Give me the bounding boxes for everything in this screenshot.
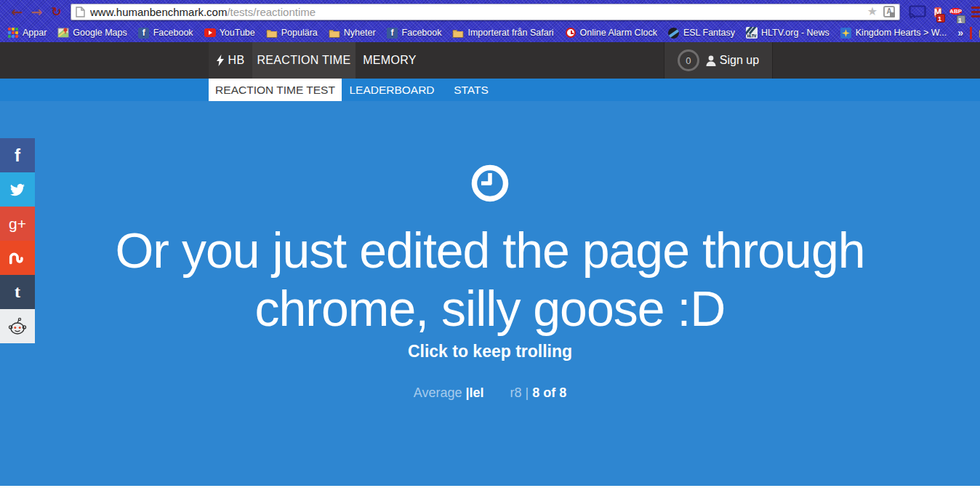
apps-grid-icon [8, 28, 18, 38]
cast-icon[interactable] [909, 5, 926, 19]
bookmark-label: Appar [23, 28, 47, 38]
bookmark-esl-fantasy[interactable]: ESL Fantasy [668, 27, 735, 39]
forward-icon[interactable]: → [27, 1, 47, 23]
sub-navbar: REACTION TIME TEST LEADERBOARD STATS [0, 79, 980, 101]
social-share-sidebar: f g+ t [0, 138, 35, 343]
tumblr-icon: t [15, 282, 20, 302]
google-maps-favicon [57, 27, 69, 39]
translate-icon[interactable]: A [883, 6, 895, 17]
stat-separator: | [526, 385, 529, 400]
bookmark-online-alarm-clock[interactable]: Online Alarm Clock [565, 27, 657, 39]
bookmark-label: ESL Fantasy [683, 28, 735, 38]
nav-tab-memory[interactable]: MEMORY [356, 42, 424, 79]
attempt-count: 8 of 8 [532, 385, 566, 400]
bookmark-label: Kingdom Hearts > W... [856, 28, 947, 38]
subnav-tab-label: LEADERBOARD [349, 84, 434, 97]
share-facebook-button[interactable]: f [0, 138, 35, 172]
bookmark-label: Nyheter [344, 28, 376, 38]
bookmark-star-icon[interactable]: ★ [867, 4, 877, 20]
heading-line-2: chrome, silly goose :D [255, 281, 726, 336]
bookmarks-divider [970, 27, 972, 39]
share-googleplus-button[interactable]: g+ [0, 207, 35, 241]
bookmarks-right-group: » Övriga bokmärken [957, 27, 980, 39]
gmail-extension-icon[interactable]: M 1 [934, 5, 941, 19]
stumbleupon-icon [9, 252, 26, 265]
share-tumblr-button[interactable]: t [0, 275, 35, 309]
twitter-bird-icon [9, 183, 26, 197]
bookmark-label: Facebook [402, 28, 442, 38]
bookmark-facebook[interactable]: f Facebook [138, 27, 193, 39]
subnav-tab-label: REACTION TIME TEST [215, 84, 335, 97]
heading-line-1: Or you just edited the page through [115, 223, 864, 278]
bookmark-google-maps[interactable]: Google Maps [57, 27, 126, 39]
folder-icon [452, 28, 464, 38]
result-content[interactable]: Or you just edited the page throughchrom… [0, 164, 980, 401]
subnav-tab-reaction-time-test[interactable]: REACTION TIME TEST [209, 79, 342, 101]
facebook-icon: f [15, 145, 20, 166]
share-stumbleupon-button[interactable] [0, 241, 35, 275]
account-section: 0 Sign up [664, 42, 773, 79]
browser-window: ← → ↻ www.humanbenchmark.com/tests/react… [0, 0, 980, 488]
average-stat: Average |lel [414, 385, 484, 401]
nav-tab-label: MEMORY [363, 54, 417, 67]
sign-up-button[interactable]: Sign up [706, 54, 759, 67]
esl-favicon [668, 28, 679, 39]
kingdom-hearts-favicon [840, 28, 851, 39]
reload-icon[interactable]: ↻ [47, 1, 66, 23]
brand-hb-tab[interactable]: HB [209, 42, 252, 79]
bookmark-label: HLTV.org - News [761, 28, 830, 38]
facebook-favicon: f [387, 28, 398, 39]
bookmark-label: Online Alarm Clock [580, 28, 657, 38]
alarm-clock-favicon [566, 28, 576, 38]
attempt-label: r8 [510, 385, 522, 400]
share-twitter-button[interactable] [0, 172, 35, 207]
url-host: www.humanbenchmark.com [90, 6, 227, 18]
bookmark-appar[interactable]: Appar [7, 27, 47, 39]
lightning-bolt-icon [217, 55, 224, 66]
score-badge[interactable]: 0 [678, 49, 699, 71]
nav-tab-reaction-time[interactable]: REACTION TIME [252, 42, 356, 79]
site-navbar: HB REACTION TIME MEMORY 0 Sign up [0, 42, 980, 79]
subnav-tab-leaderboard[interactable]: LEADERBOARD [342, 79, 442, 101]
user-icon [706, 55, 716, 66]
bookmark-label: Populära [281, 28, 318, 38]
facebook-favicon: f [138, 28, 149, 39]
toolbar-extensions: M 1 ABP 1 [909, 3, 980, 20]
share-reddit-button[interactable] [0, 309, 35, 343]
stats-row: Average |lel r8 | 8 of 8 [0, 385, 980, 401]
hltv-favicon: HLTV [746, 27, 758, 39]
brand-label: HB [228, 54, 245, 67]
abp-icon[interactable]: ABP [949, 8, 962, 15]
attempt-stat: r8 | 8 of 8 [510, 385, 567, 401]
menu-hamburger-icon[interactable] [971, 7, 980, 17]
bookmark-label: Facebook [153, 28, 193, 38]
bookmark-facebook-2[interactable]: f Facebook [387, 27, 442, 39]
test-area[interactable]: f g+ t [0, 101, 980, 488]
address-bar[interactable]: www.humanbenchmark.com/tests/reactiontim… [71, 4, 900, 20]
bookmark-youtube[interactable]: YouTube [204, 27, 255, 39]
gmail-badge: 1 [936, 14, 945, 23]
folder-icon [266, 28, 278, 38]
subnav-tab-stats[interactable]: STATS [442, 79, 500, 101]
page-document-icon [76, 7, 85, 17]
bookmarks-bar: Appar Google Maps f Facebook YouTube [0, 23, 980, 42]
adblock-extension-icon[interactable]: ABP 1 [949, 3, 962, 20]
bookmark-hltv[interactable]: HLTV HLTV.org - News [746, 27, 830, 39]
bookmark-label: YouTube [220, 28, 255, 38]
bookmark-populara-folder[interactable]: Populära [266, 27, 318, 39]
youtube-favicon [204, 28, 216, 37]
folder-icon [329, 28, 340, 38]
bookmark-nyheter-folder[interactable]: Nyheter [329, 27, 376, 39]
bookmark-label: Google Maps [73, 28, 126, 38]
click-to-continue-label[interactable]: Click to keep trolling [0, 342, 980, 361]
bookmark-imported-safari-folder[interactable]: Importerat från Safari [452, 27, 553, 39]
browser-toolbar: ← → ↻ www.humanbenchmark.com/tests/react… [0, 0, 980, 23]
bookmarks-overflow-chevron[interactable]: » [957, 27, 963, 39]
googleplus-icon: g+ [9, 215, 26, 233]
average-value: |lel [465, 385, 483, 400]
bookmark-kingdom-hearts[interactable]: Kingdom Hearts > W... [840, 27, 947, 39]
average-label: Average [414, 385, 462, 400]
back-icon[interactable]: ← [7, 1, 27, 23]
url-path: /tests/reactiontime [227, 6, 316, 18]
result-heading: Or you just edited the page throughchrom… [0, 221, 980, 337]
